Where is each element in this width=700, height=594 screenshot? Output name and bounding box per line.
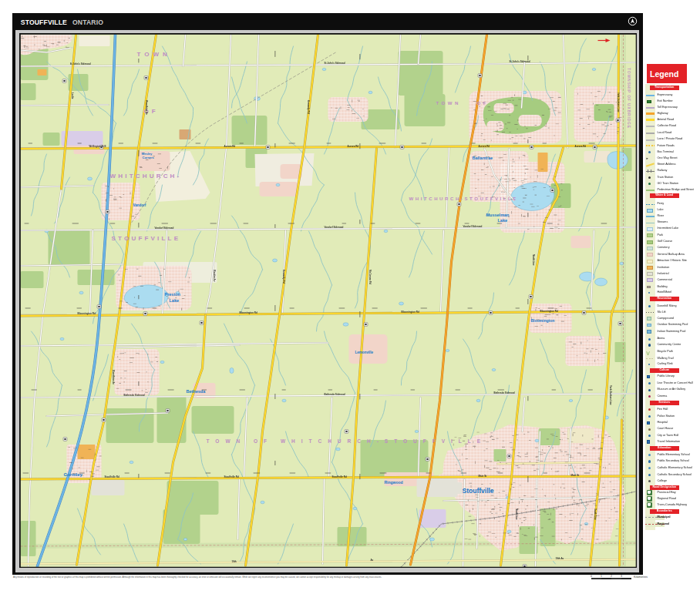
svg-text:TOWN: TOWN (136, 51, 170, 58)
svg-text:Main St: Main St (478, 475, 486, 478)
svg-text:Stouffville Rd: Stouffville Rd (224, 475, 239, 478)
svg-text:Aurora Rd: Aurora Rd (347, 145, 358, 148)
svg-text:St John's Sideroad: St John's Sideroad (69, 62, 90, 65)
svg-text:TOWN OF WHITCHURCH-STOUFFVILLE: TOWN OF WHITCHURCH-STOUFFVILLE (206, 438, 486, 444)
svg-text:Woodbine Av: Woodbine Av (144, 100, 147, 115)
svg-text:Main St: Main St (570, 474, 579, 477)
svg-text:Bethesda Sideroad: Bethesda Sideroad (493, 391, 514, 394)
svg-text:Bloomington Rd: Bloomington Rd (540, 310, 557, 313)
svg-text:Ringwood: Ringwood (384, 480, 402, 485)
svg-text:Woodbine Av: Woodbine Av (111, 370, 114, 384)
svg-text:Ninth Line: Ninth Line (531, 254, 534, 266)
svg-text:McCowan Rd: McCowan Rd (368, 270, 371, 284)
svg-text:Vandorf Sideroad: Vandorf Sideroad (324, 226, 343, 229)
svg-text:Bloomington Rd: Bloomington Rd (401, 310, 419, 314)
svg-text:York-Durham Line: York-Durham Line (608, 385, 611, 405)
svg-text:STOUFFVILLE: STOUFFVILLE (111, 235, 180, 242)
svg-text:Bethesda: Bethesda (186, 389, 206, 394)
svg-text:Aurora Rd: Aurora Rd (224, 145, 235, 148)
svg-text:Leslie: Leslie (70, 92, 73, 99)
svg-text:Gormley: Gormley (63, 472, 82, 476)
svg-text:OF: OF (476, 101, 488, 106)
svg-text:Bloomington Rd: Bloomington Rd (239, 311, 257, 314)
svg-text:Ninth Line: Ninth Line (514, 508, 517, 520)
svg-text:York-Durham Line: York-Durham Line (616, 92, 619, 112)
svg-text:Kennedy Rd: Kennedy Rd (306, 100, 309, 114)
svg-text:Vandorf: Vandorf (133, 203, 146, 207)
svg-text:Warden Av: Warden Av (212, 270, 215, 282)
svg-text:WHITCHURCH-STOUFFVILLE: WHITCHURCH-STOUFFVILLE (409, 196, 517, 201)
svg-text:Wellington St E: Wellington St E (89, 145, 106, 148)
svg-text:St John's Sideroad: St John's Sideroad (324, 62, 345, 65)
svg-text:Stouffville: Stouffville (462, 487, 493, 495)
svg-text:19th: 19th (231, 560, 236, 563)
svg-text:Lemonville: Lemonville (355, 351, 373, 354)
svg-text:Vandorf Sideroad: Vandorf Sideroad (463, 225, 482, 228)
svg-text:Vandorf Sideroad: Vandorf Sideroad (154, 227, 173, 230)
svg-text:Bloomington: Bloomington (530, 318, 554, 323)
svg-text:Lake: Lake (169, 298, 179, 303)
svg-text:Preston: Preston (164, 292, 180, 297)
svg-text:TOWNSHIP OF UXBRIDGE: TOWNSHIP OF UXBRIDGE (627, 68, 631, 129)
svg-text:Bethesda Sideroad: Bethesda Sideroad (324, 393, 345, 396)
svg-text:Tenth Line: Tenth Line (593, 508, 596, 520)
svg-text:Musselman: Musselman (486, 213, 510, 217)
svg-text:TOWN: TOWN (436, 101, 460, 106)
svg-text:Corners: Corners (142, 156, 154, 159)
svg-text:Stouffville Rd: Stouffville Rd (104, 475, 119, 478)
svg-text:Stouffville Rd: Stouffville Rd (331, 475, 347, 478)
svg-text:Bethesda Sideroad: Bethesda Sideroad (123, 394, 144, 397)
svg-text:St John's Sideroad: St John's Sideroad (509, 60, 530, 63)
svg-text:19th Av: 19th Av (555, 557, 564, 560)
svg-text:Aurora Rd: Aurora Rd (478, 145, 490, 148)
svg-text:Kennedy Rd: Kennedy Rd (281, 270, 284, 284)
svg-text:Bloomington Rd: Bloomington Rd (77, 312, 95, 315)
svg-text:Ballantrae: Ballantrae (472, 156, 493, 160)
svg-text:Av: Av (370, 559, 373, 562)
svg-text:Lake: Lake (497, 218, 507, 223)
svg-text:Aurora Rd: Aurora Rd (574, 145, 586, 148)
svg-text:WHITCHURCH-: WHITCHURCH- (109, 173, 181, 180)
